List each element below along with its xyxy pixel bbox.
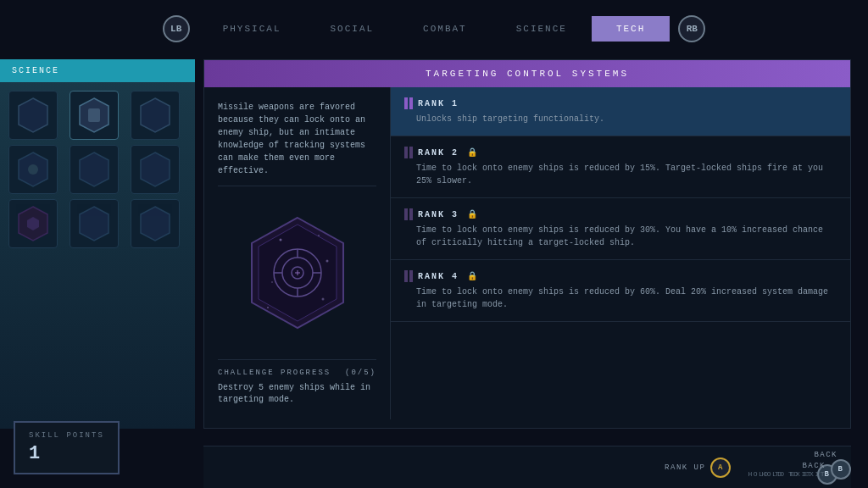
skill-icon-5[interactable] <box>70 145 119 194</box>
rank-3-desc: Time to lock onto enemy ships is reduced… <box>404 224 837 249</box>
svg-point-16 <box>271 281 273 283</box>
svg-marker-9 <box>80 207 108 241</box>
rank-2-header: RANK 2 🔒 <box>404 147 837 158</box>
svg-point-15 <box>326 260 328 263</box>
skill-badge-svg <box>247 214 348 331</box>
rank-2-icon <box>404 147 413 158</box>
tab-physical[interactable]: PHYSICAL <box>198 16 306 42</box>
challenge-section: CHALLENGE PROGRESS (0/5) Destroy 5 enemy… <box>218 359 376 406</box>
svg-point-5 <box>28 164 38 175</box>
skill-display: Missile weapons are favored because they… <box>204 87 391 419</box>
rb-button[interactable]: RB <box>678 15 705 42</box>
rank-1-header: RANK 1 <box>404 97 837 109</box>
challenge-description: Destroy 5 enemy ships while in targeting… <box>218 382 376 406</box>
rank-3-header: RANK 3 🔒 <box>404 208 837 220</box>
svg-marker-7 <box>141 152 170 186</box>
svg-point-14 <box>318 235 320 236</box>
rank-bar <box>409 97 413 109</box>
svg-marker-0 <box>19 98 47 132</box>
rank-item-2[interactable]: RANK 2 🔒 Time to lock onto enemy ships i… <box>391 136 850 198</box>
bottom-right-back: BACK HOLD TO EXIT B <box>761 459 851 480</box>
back-label: BACK <box>814 451 837 459</box>
rank-1-desc: Unlocks ship targeting functionality. <box>404 113 837 125</box>
rank-bar-dim <box>404 147 408 158</box>
skill-grid <box>0 82 195 257</box>
rank-bar-dim <box>409 208 413 220</box>
br-hold-label: HOLD TO EXIT <box>761 470 826 478</box>
skill-points-panel: SKILL POINTS 1 <box>14 421 120 474</box>
skill-icon-2[interactable] <box>70 91 119 140</box>
rank-1-title: RANK 1 <box>418 99 459 108</box>
rank-4-title: RANK 4 <box>418 272 459 281</box>
rank-4-lock-icon: 🔒 <box>467 271 477 281</box>
challenge-value: (0/5) <box>345 369 376 377</box>
rank-bar <box>404 97 408 109</box>
bottom-action-bar: RANK UP A BACK HOLD TO EXIT B <box>203 446 851 488</box>
skill-icon-3[interactable] <box>131 91 180 140</box>
rank-4-desc: Time to lock onto enemy ships is reduced… <box>404 286 837 311</box>
rank-bar-dim <box>404 270 408 282</box>
rank-bar-dim <box>409 270 413 282</box>
rank-3-lock-icon: 🔒 <box>467 209 477 219</box>
br-back-label: BACK <box>761 462 826 470</box>
svg-point-18 <box>267 307 269 308</box>
skill-icon-7[interactable] <box>8 199 58 248</box>
top-navigation: LB PHYSICAL SOCIAL COMBAT SCIENCE TECH R… <box>0 15 868 42</box>
skill-title: TARGETING CONTROL SYSTEMS <box>204 60 850 87</box>
skill-icon-8[interactable] <box>70 199 119 248</box>
rank-bar-dim <box>404 208 408 220</box>
rank-item-1[interactable]: RANK 1 Unlocks ship targeting functional… <box>391 87 850 136</box>
tab-combat[interactable]: COMBAT <box>398 16 492 42</box>
skill-icon-9[interactable] <box>131 199 180 248</box>
main-content: TARGETING CONTROL SYSTEMS Missile weapon… <box>203 59 851 429</box>
rank-up-label: RANK UP <box>665 463 705 472</box>
rank-3-icon <box>404 208 413 220</box>
skill-icon-6[interactable] <box>131 145 180 194</box>
skill-description: Missile weapons are favored because they… <box>218 101 376 186</box>
lb-button[interactable]: LB <box>163 15 190 42</box>
tab-science[interactable]: SCIENCE <box>492 16 592 42</box>
challenge-header: CHALLENGE PROGRESS (0/5) <box>218 369 376 377</box>
rank-2-lock-icon: 🔒 <box>467 147 477 158</box>
rank-1-icon <box>404 97 413 109</box>
svg-rect-2 <box>88 108 100 122</box>
tab-tech[interactable]: TECH <box>592 16 670 42</box>
rank-up-action[interactable]: RANK UP A <box>665 458 731 478</box>
br-back-button[interactable]: B <box>831 459 851 480</box>
content-body: Missile weapons are favored because they… <box>204 87 850 419</box>
rank-panel: RANK 1 Unlocks ship targeting functional… <box>391 87 850 419</box>
rank-bar-dim <box>409 147 413 158</box>
skill-points-label: SKILL POINTS <box>29 431 104 440</box>
rank-4-header: RANK 4 🔒 <box>404 270 837 282</box>
skill-points-value: 1 <box>29 443 104 464</box>
skill-badge-container <box>218 197 376 349</box>
tab-social[interactable]: SOCIAL <box>305 16 398 42</box>
svg-marker-3 <box>141 98 170 132</box>
svg-point-17 <box>321 298 324 301</box>
nav-tabs: PHYSICAL SOCIAL COMBAT SCIENCE TECH <box>198 16 670 42</box>
left-sidebar: SCIENCE <box>0 59 195 429</box>
sidebar-header: SCIENCE <box>0 59 195 82</box>
rank-2-desc: Time to lock onto enemy ships is reduced… <box>404 162 837 187</box>
svg-marker-6 <box>80 152 108 186</box>
rank-item-4[interactable]: RANK 4 🔒 Time to lock onto enemy ships i… <box>391 260 850 322</box>
rank-4-icon <box>404 270 413 282</box>
skill-icon-1[interactable] <box>8 91 58 140</box>
bottom-right-inner: BACK HOLD TO EXIT B <box>761 459 851 480</box>
svg-marker-10 <box>141 207 170 241</box>
skill-icon-4[interactable] <box>8 145 58 194</box>
rank-up-button[interactable]: A <box>710 458 731 478</box>
rank-3-title: RANK 3 <box>418 210 459 219</box>
svg-point-13 <box>279 239 281 241</box>
challenge-label: CHALLENGE PROGRESS <box>218 369 331 377</box>
rank-2-title: RANK 2 <box>418 148 459 158</box>
rank-item-3[interactable]: RANK 3 🔒 Time to lock onto enemy ships i… <box>391 198 850 260</box>
